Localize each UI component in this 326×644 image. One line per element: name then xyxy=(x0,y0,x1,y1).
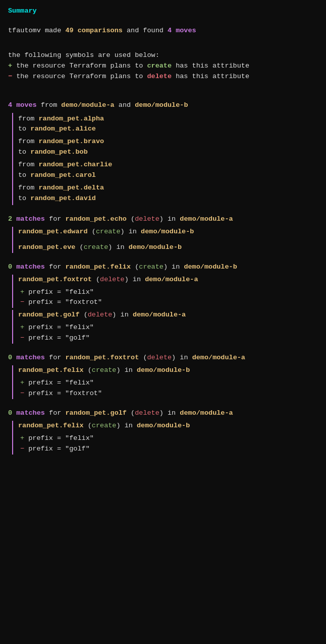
move-item-0: from random_pet.alpha to random_pet.alic… xyxy=(12,113,318,136)
move-item-1: from random_pet.bravo to random_pet.bob xyxy=(12,136,318,159)
match-section-3: 0 matches for random_pet.golf (delete) i… xyxy=(8,408,318,455)
symbol-minus-line: − the resource Terraform plans to delete… xyxy=(8,72,318,82)
moves-count: 4 moves xyxy=(8,101,37,109)
comparisons-count: 49 comparisons xyxy=(65,27,122,34)
minus-rest: has this attribute xyxy=(172,73,249,80)
moves-count-summary: 4 moves xyxy=(168,27,196,34)
candidate-1-0: random_pet.foxtrot (delete) in demo/modu… xyxy=(18,275,318,285)
match-candidates-2: random_pet.felix (create) in demo/module… xyxy=(12,365,318,399)
minus-action: delete xyxy=(147,73,172,80)
symbols-intro: the following symbols are used below: xyxy=(8,50,318,61)
match-candidates-0: random_pet.edward (create) in demo/modul… xyxy=(12,227,318,253)
moves-module-a: demo/module-a xyxy=(61,101,114,109)
plus-rest: has this attribute xyxy=(172,62,249,70)
symbols-section: the following symbols are used below: + … xyxy=(8,50,318,82)
moves-list: from random_pet.alpha to random_pet.alic… xyxy=(8,113,318,205)
plus-symbol: + xyxy=(8,62,12,70)
plus-desc: the resource Terraform plans to xyxy=(12,62,147,70)
summary-prefix: tfautomv made xyxy=(8,27,65,34)
summary-line: tfautomv made 49 comparisons and found 4… xyxy=(8,26,318,36)
move-item-2: from random_pet.charlie to random_pet.ca… xyxy=(12,159,318,182)
match-header-3: 0 matches for random_pet.golf (delete) i… xyxy=(8,408,318,419)
match-section-0: 2 matches for random_pet.echo (delete) i… xyxy=(8,214,318,253)
candidate-2-0: random_pet.felix (create) in demo/module… xyxy=(18,365,318,376)
match-header-1: 0 matches for random_pet.felix (create) … xyxy=(8,262,318,273)
match-candidates-1b: random_pet.golf (delete) in demo/module-… xyxy=(12,310,318,344)
candidate-0-0: random_pet.edward (create) in demo/modul… xyxy=(18,227,318,237)
summary-section: Summary xyxy=(8,6,318,17)
candidate-1-1: random_pet.golf (delete) in demo/module-… xyxy=(18,310,318,320)
summary-middle: and found xyxy=(123,27,168,34)
match-section-1: 0 matches for random_pet.felix (create) … xyxy=(8,262,318,344)
match-candidates-3: random_pet.felix (create) in demo/module… xyxy=(12,421,318,455)
match-header-2: 0 matches for random_pet.foxtrot (delete… xyxy=(8,353,318,363)
match-header-0: 2 matches for random_pet.echo (delete) i… xyxy=(8,214,318,225)
candidate-3-0: random_pet.felix (create) in demo/module… xyxy=(18,421,318,431)
plus-action: create xyxy=(147,62,172,70)
moves-header: 4 moves from demo/module-a and demo/modu… xyxy=(8,100,318,111)
candidate-0-1: random_pet.eve (create) in demo/module-b xyxy=(18,242,318,253)
page-container: Summary tfautomv made 49 comparisons and… xyxy=(8,6,318,455)
move-item-3: from random_pet.delta to random_pet.davi… xyxy=(12,182,318,205)
minus-symbol: − xyxy=(8,73,12,80)
summary-title: Summary xyxy=(8,7,37,15)
moves-module-b: demo/module-b xyxy=(135,101,188,109)
symbol-plus-line: + the resource Terraform plans to create… xyxy=(8,61,318,72)
minus-desc: the resource Terraform plans to xyxy=(12,73,147,80)
match-candidates-1: random_pet.foxtrot (delete) in demo/modu… xyxy=(12,275,318,308)
match-section-2: 0 matches for random_pet.foxtrot (delete… xyxy=(8,353,318,399)
